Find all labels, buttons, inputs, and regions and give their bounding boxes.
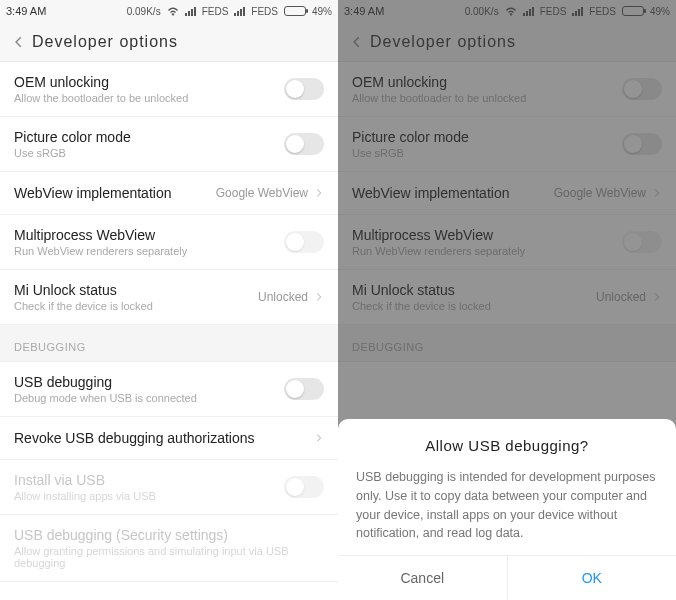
item-value: Google WebView xyxy=(216,186,308,200)
app-header: Developer options xyxy=(0,22,338,62)
toggle-oem-unlocking[interactable] xyxy=(284,78,324,100)
item-mi-unlock-status[interactable]: Mi Unlock status Check if the device is … xyxy=(0,270,338,325)
dialog-title: Allow USB debugging? xyxy=(356,437,658,454)
item-value: Unlocked xyxy=(258,290,308,304)
toggle-picture-color-mode[interactable] xyxy=(284,133,324,155)
item-title: Install via USB xyxy=(14,472,284,488)
item-oem-unlocking[interactable]: OEM unlocking Allow the bootloader to be… xyxy=(0,62,338,117)
item-usb-debugging-security: USB debugging (Security settings) Allow … xyxy=(0,515,338,582)
item-sub: Run WebView renderers separately xyxy=(14,245,284,257)
back-icon[interactable] xyxy=(10,33,28,51)
item-sub: Debug mode when USB is connected xyxy=(14,392,284,404)
item-title: WebView implementation xyxy=(14,185,216,201)
wifi-icon xyxy=(167,6,179,16)
item-sub: Allow installing apps via USB xyxy=(14,490,284,502)
page-title: Developer options xyxy=(28,33,178,51)
signal-2-icon xyxy=(234,6,245,16)
toggle-multiprocess-webview[interactable] xyxy=(284,231,324,253)
status-speed: 0.09K/s xyxy=(127,6,161,17)
dialog-actions: Cancel OK xyxy=(338,555,676,600)
toggle-install-via-usb xyxy=(284,476,324,498)
chevron-right-icon xyxy=(314,429,324,447)
settings-list: OEM unlocking Allow the bootloader to be… xyxy=(0,62,338,582)
item-sub: Allow the bootloader to be unlocked xyxy=(14,92,284,104)
chevron-right-icon xyxy=(314,288,324,306)
item-title: Revoke USB debugging authorizations xyxy=(14,430,314,446)
item-multiprocess-webview[interactable]: Multiprocess WebView Run WebView rendere… xyxy=(0,215,338,270)
signal-1-icon xyxy=(185,6,196,16)
battery-icon xyxy=(284,6,306,16)
item-picture-color-mode[interactable]: Picture color mode Use sRGB xyxy=(0,117,338,172)
status-carrier-1: FEDS xyxy=(202,6,229,17)
dialog-usb-debugging: Allow USB debugging? USB debugging is in… xyxy=(338,419,676,600)
item-title: Multiprocess WebView xyxy=(14,227,284,243)
dialog-body: USB debugging is intended for developmen… xyxy=(356,468,658,543)
item-usb-debugging[interactable]: USB debugging Debug mode when USB is con… xyxy=(0,362,338,417)
status-carrier-2: FEDS xyxy=(251,6,278,17)
item-title: Mi Unlock status xyxy=(14,282,258,298)
chevron-right-icon xyxy=(314,184,324,202)
toggle-usb-debugging[interactable] xyxy=(284,378,324,400)
item-sub: Check if the device is locked xyxy=(14,300,258,312)
section-header-debugging: DEBUGGING xyxy=(0,325,338,362)
cancel-button[interactable]: Cancel xyxy=(338,556,508,600)
item-title: USB debugging (Security settings) xyxy=(14,527,324,543)
item-webview-implementation[interactable]: WebView implementation Google WebView xyxy=(0,172,338,215)
item-title: USB debugging xyxy=(14,374,284,390)
status-bar: 3:49 AM 0.09K/s FEDS FEDS 49% xyxy=(0,0,338,22)
item-sub: Use sRGB xyxy=(14,147,284,159)
screen-left: 3:49 AM 0.09K/s FEDS FEDS 49% Developer … xyxy=(0,0,338,600)
ok-button[interactable]: OK xyxy=(508,556,677,600)
item-title: Picture color mode xyxy=(14,129,284,145)
item-sub: Allow granting permissions and simulatin… xyxy=(14,545,324,569)
status-battery-pct: 49% xyxy=(312,6,332,17)
item-revoke-usb-auth[interactable]: Revoke USB debugging authorizations xyxy=(0,417,338,460)
status-time: 3:49 AM xyxy=(6,5,54,17)
screen-right: 3:49 AM 0.00K/s FEDS FEDS 49% Developer … xyxy=(338,0,676,600)
item-install-via-usb: Install via USB Allow installing apps vi… xyxy=(0,460,338,515)
item-title: OEM unlocking xyxy=(14,74,284,90)
